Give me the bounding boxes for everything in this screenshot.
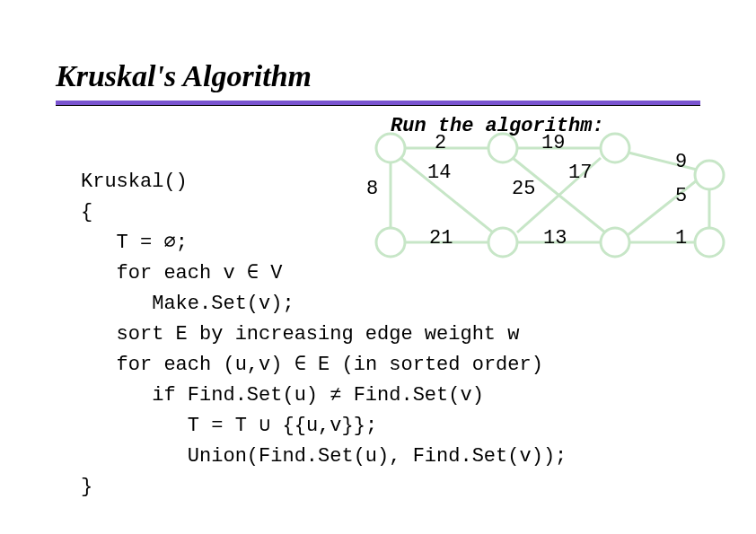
code-line: }	[81, 476, 92, 498]
code-line: {	[81, 201, 92, 223]
svg-point-6	[695, 161, 724, 189]
code-line: for each v ∈ V	[81, 262, 282, 285]
code-line: Make.Set(v);	[81, 293, 294, 315]
edge-weight: 13	[543, 227, 567, 249]
svg-point-5	[601, 228, 629, 257]
title-divider	[56, 101, 700, 106]
svg-point-2	[601, 134, 629, 162]
edge-weight: 2	[435, 132, 446, 154]
run-label: Run the algorithm:	[391, 115, 604, 137]
edge-weight: 5	[675, 185, 687, 207]
code-line: T = ∅;	[81, 232, 188, 254]
edge-weight: 19	[541, 132, 565, 154]
edge-weight: 9	[675, 151, 687, 173]
edge-weight: 1	[675, 227, 687, 249]
edge-weight: 21	[429, 227, 453, 249]
slide-title: Kruskal's Algorithm	[56, 59, 312, 93]
code-line: for each (u,v) ∈ E (in sorted order)	[81, 354, 543, 376]
code-line: Kruskal()	[81, 171, 188, 193]
code-line: if Find.Set(u) ≠ Find.Set(v)	[81, 384, 484, 407]
edge-weight: 25	[512, 178, 535, 200]
edge-weight: 17	[568, 162, 592, 184]
svg-point-7	[695, 228, 724, 257]
code-line: T = T ∪ {{u,v}};	[81, 415, 377, 437]
edge-weight: 8	[366, 178, 378, 200]
code-line: Union(Find.Set(u), Find.Set(v));	[81, 445, 567, 468]
pseudocode-block: Kruskal() { T = ∅; for each v ∈ V Make.S…	[81, 136, 567, 503]
code-line: sort E by increasing edge weight w	[81, 323, 519, 346]
edge-weight: 14	[427, 162, 451, 184]
